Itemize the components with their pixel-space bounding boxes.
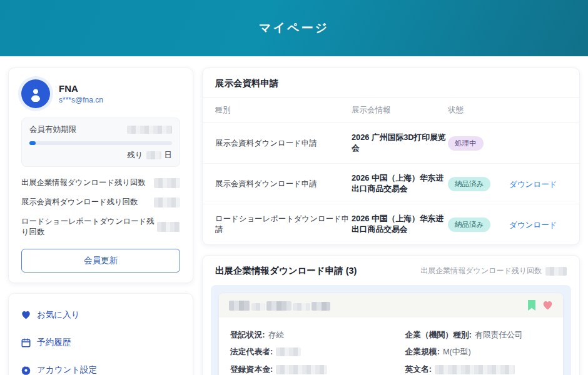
avatar: [21, 79, 50, 108]
page-title: マイページ: [259, 20, 329, 36]
exhibition-name: 2026 中国（上海）华东进出口商品交易会: [352, 164, 448, 204]
remaining-count-label: 出展企業情報ダウンロード残り回数: [420, 266, 542, 276]
page-content: FNA s***s@fna.cn 会員有効期限 残り 日 出展企業情報: [0, 56, 588, 375]
company-downloads-remaining: 出展企業情報ダウンロード残り回数: [420, 266, 567, 276]
calendar-icon: [21, 338, 31, 348]
nav-item-favorites[interactable]: お気に入り: [21, 301, 180, 329]
sidebar: FNA s***s@fna.cn 会員有効期限 残り 日 出展企業情報: [8, 68, 193, 375]
company-list-container: 登記状況: 存続 法定代表者: 登録資本金:: [211, 285, 571, 375]
field-row: 法定代表者:: [230, 344, 388, 361]
field-row: 英文名:: [405, 361, 552, 375]
company-fields: 登記状況: 存続 法定代表者: 登録資本金:: [219, 318, 563, 375]
status-badge: 納品済み: [448, 218, 490, 232]
heart-icon: [21, 311, 31, 319]
redacted-value: [545, 267, 567, 276]
company-card: 登記状況: 存続 法定代表者: 登録資本金:: [219, 293, 563, 375]
membership-progress: [29, 141, 172, 145]
company-downloads-card: 出展企業情報ダウンロード申請 (3) 出展企業情報ダウンロード残り回数: [202, 255, 580, 375]
company-downloads-title: 出展企業情報ダウンロード申請 (3): [215, 265, 357, 277]
field-row: 企業規模: M(中型): [405, 344, 552, 361]
request-type: ロードショーレポートダウンロード申請: [215, 204, 352, 244]
favorite-heart-icon[interactable]: [542, 301, 553, 310]
redacted-value: [276, 365, 327, 374]
redacted-value: [157, 222, 180, 232]
nav-item-label: お気に入り: [37, 309, 79, 321]
status-badge: 処理中: [448, 136, 484, 151]
user-icon: [28, 86, 44, 102]
page-header: マイページ: [0, 0, 588, 56]
redacted-value: [127, 126, 172, 134]
company-fields-left: 登記状況: 存続 法定代表者: 登録資本金:: [230, 326, 388, 375]
redacted-value: [154, 198, 180, 208]
field-row: 企業（機関）種別: 有限责任公司: [405, 326, 552, 344]
company-fields-right: 企業（機関）種別: 有限责任公司 企業規模: M(中型) 英文名:: [405, 326, 552, 375]
remaining-prefix: 残り: [127, 150, 143, 161]
counter-row: 展示会資料ダウンロード残り回数: [21, 192, 180, 212]
exhibition-requests-title: 展示会資料申請: [203, 68, 579, 98]
nav-item-label: 予約履歴: [37, 337, 71, 348]
table-header: 種別 展示会情報 状態: [203, 98, 579, 123]
exhibition-requests-card: 展示会資料申請 種別 展示会情報 状態 展示会資料ダウンロード申請 2026 广…: [202, 68, 580, 245]
request-type: 展示会資料ダウンロード申請: [215, 129, 352, 158]
column-header-type: 種別: [215, 98, 352, 122]
redacted-value: [154, 178, 180, 188]
account-nav-card: お気に入り 予約履歴 アカウント設定: [8, 293, 193, 375]
request-type: 展示会資料ダウンロード申請: [215, 169, 352, 199]
counter-row: ロードショーレポートダウンロード残り回数: [21, 212, 180, 242]
download-counters: 出展企業情報ダウンロード残り回数 展示会資料ダウンロード残り回数 ロードショーレ…: [21, 173, 180, 242]
counter-label: 出展企業情報ダウンロード残り回数: [21, 178, 145, 188]
exhibition-name: 2026 广州国际3D打印展览会: [352, 123, 448, 163]
download-link[interactable]: ダウンロード: [509, 221, 557, 229]
user-email: s***s@fna.cn: [59, 96, 103, 104]
company-card-header: [219, 293, 563, 318]
nav-item-label: アカウント設定: [37, 364, 97, 375]
user-name: FNA: [59, 83, 103, 94]
membership-progress-fill: [29, 141, 36, 145]
renew-membership-button[interactable]: 会員更新: [21, 249, 180, 272]
table-row: 展示会資料ダウンロード申請 2026 中国（上海）华东进出口商品交易会 納品済み…: [203, 164, 579, 204]
redacted-value: [276, 348, 301, 356]
counter-label: 展示会資料ダウンロード残り回数: [21, 197, 138, 208]
membership-box: 会員有効期限 残り 日: [21, 118, 180, 167]
field-row: 登録資本金:: [230, 361, 388, 375]
column-header-exhibition: 展示会情報: [352, 98, 448, 122]
remaining-suffix: 日: [165, 150, 173, 161]
membership-label: 会員有効期限: [29, 124, 76, 135]
profile-card: FNA s***s@fna.cn 会員有効期限 残り 日 出展企業情報: [8, 68, 193, 283]
nav-item-account-settings[interactable]: アカウント設定: [21, 356, 180, 375]
gear-icon: [21, 366, 31, 375]
table-row: 展示会資料ダウンロード申請 2026 广州国际3D打印展览会 処理中: [203, 123, 579, 164]
nav-item-reservations[interactable]: 予約履歴: [21, 329, 180, 356]
company-name-redacted: [229, 301, 330, 311]
table-row: ロードショーレポートダウンロード申請 2026 中国（上海）华东进出口商品交易会…: [203, 204, 579, 244]
redacted-value: [435, 365, 515, 374]
counter-row: 出展企業情報ダウンロード残り回数: [21, 173, 180, 192]
redacted-value: [146, 151, 161, 159]
download-link[interactable]: ダウンロード: [509, 180, 557, 189]
main-area: 展示会資料申請 種別 展示会情報 状態 展示会資料ダウンロード申請 2026 广…: [202, 68, 580, 375]
column-header-status: 状態: [448, 98, 509, 122]
field-row: 登記状況: 存続: [230, 326, 388, 344]
counter-label: ロードショーレポートダウンロード残り回数: [21, 216, 157, 238]
status-badge: 納品済み: [448, 177, 490, 191]
exhibition-name: 2026 中国（上海）华东进出口商品交易会: [352, 204, 448, 244]
bookmark-icon[interactable]: [527, 300, 536, 311]
